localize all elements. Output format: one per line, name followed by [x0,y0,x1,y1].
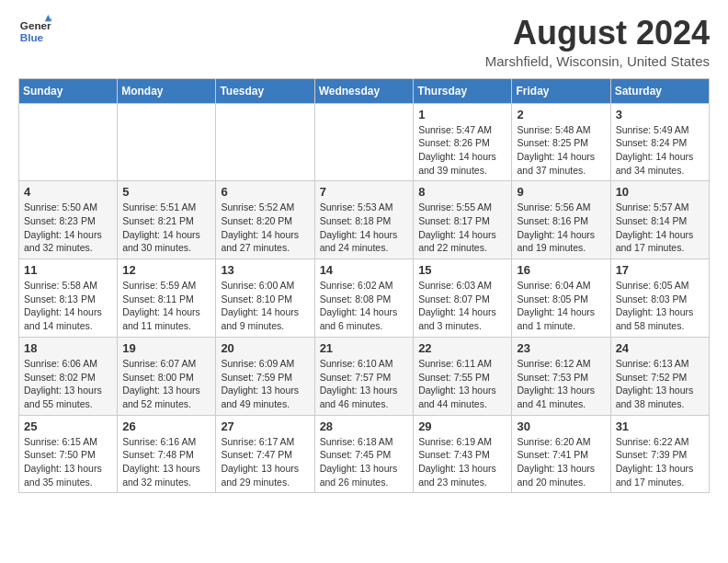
day-number: 18 [24,341,112,355]
calendar-cell: 11Sunrise: 5:58 AM Sunset: 8:13 PM Dayli… [19,259,118,338]
day-info: Sunrise: 6:09 AM Sunset: 7:59 PM Dayligh… [221,357,309,411]
calendar-cell: 2Sunrise: 5:48 AM Sunset: 8:25 PM Daylig… [512,103,610,181]
day-number: 13 [221,263,309,277]
day-info: Sunrise: 6:07 AM Sunset: 8:00 PM Dayligh… [122,357,210,411]
calendar-cell: 14Sunrise: 6:02 AM Sunset: 8:08 PM Dayli… [314,259,414,338]
column-header-saturday: Saturday [610,78,709,103]
column-header-wednesday: Wednesday [314,78,414,103]
calendar-cell [118,103,216,181]
calendar-cell [216,103,314,181]
calendar-week-3: 11Sunrise: 5:58 AM Sunset: 8:13 PM Dayli… [19,259,710,338]
day-number: 4 [24,185,112,199]
day-number: 17 [616,263,704,277]
calendar-cell [19,103,118,181]
column-header-thursday: Thursday [414,78,512,103]
calendar-cell: 22Sunrise: 6:11 AM Sunset: 7:55 PM Dayli… [414,337,512,415]
calendar-cell: 31Sunrise: 6:22 AM Sunset: 7:39 PM Dayli… [610,415,709,493]
day-info: Sunrise: 6:05 AM Sunset: 8:03 PM Dayligh… [616,279,704,333]
day-info: Sunrise: 5:55 AM Sunset: 8:17 PM Dayligh… [418,201,506,255]
calendar-cell: 27Sunrise: 6:17 AM Sunset: 7:47 PM Dayli… [216,415,314,493]
day-info: Sunrise: 6:17 AM Sunset: 7:47 PM Dayligh… [221,435,309,489]
title-area: August 2024 Marshfield, Wisconsin, Unite… [485,15,710,69]
day-info: Sunrise: 6:06 AM Sunset: 8:02 PM Dayligh… [24,357,112,411]
column-header-monday: Monday [118,78,216,103]
day-info: Sunrise: 5:47 AM Sunset: 8:26 PM Dayligh… [418,123,506,178]
day-number: 6 [221,185,309,199]
day-info: Sunrise: 5:56 AM Sunset: 8:16 PM Dayligh… [517,201,605,255]
day-number: 30 [517,419,605,433]
column-header-tuesday: Tuesday [216,78,314,103]
day-info: Sunrise: 6:16 AM Sunset: 7:48 PM Dayligh… [122,435,210,489]
day-info: Sunrise: 6:20 AM Sunset: 7:41 PM Dayligh… [517,435,605,489]
calendar-header-row: SundayMondayTuesdayWednesdayThursdayFrid… [19,78,710,103]
calendar-cell: 8Sunrise: 5:55 AM Sunset: 8:17 PM Daylig… [414,181,512,259]
day-info: Sunrise: 6:22 AM Sunset: 7:39 PM Dayligh… [616,435,704,489]
day-number: 15 [418,263,506,277]
day-number: 24 [616,341,704,355]
day-number: 12 [122,263,210,277]
day-number: 31 [616,419,704,433]
day-number: 10 [616,185,704,199]
day-info: Sunrise: 5:58 AM Sunset: 8:13 PM Dayligh… [24,279,112,333]
day-number: 2 [517,108,605,121]
calendar-cell: 25Sunrise: 6:15 AM Sunset: 7:50 PM Dayli… [19,415,118,493]
calendar-cell: 28Sunrise: 6:18 AM Sunset: 7:45 PM Dayli… [314,415,414,493]
calendar-cell: 26Sunrise: 6:16 AM Sunset: 7:48 PM Dayli… [118,415,216,493]
calendar-cell: 1Sunrise: 5:47 AM Sunset: 8:26 PM Daylig… [414,103,512,181]
column-header-sunday: Sunday [19,78,118,103]
calendar-cell: 30Sunrise: 6:20 AM Sunset: 7:41 PM Dayli… [512,415,610,493]
day-info: Sunrise: 6:19 AM Sunset: 7:43 PM Dayligh… [418,435,506,489]
calendar-week-5: 25Sunrise: 6:15 AM Sunset: 7:50 PM Dayli… [19,415,710,493]
day-info: Sunrise: 6:02 AM Sunset: 8:08 PM Dayligh… [320,279,409,333]
day-number: 20 [221,341,309,355]
day-number: 9 [517,185,605,199]
day-info: Sunrise: 5:52 AM Sunset: 8:20 PM Dayligh… [221,201,309,255]
calendar-cell: 23Sunrise: 6:12 AM Sunset: 7:53 PM Dayli… [512,337,610,415]
day-number: 26 [122,419,210,433]
day-info: Sunrise: 5:59 AM Sunset: 8:11 PM Dayligh… [122,279,210,333]
day-info: Sunrise: 6:15 AM Sunset: 7:50 PM Dayligh… [24,435,112,489]
calendar-cell: 21Sunrise: 6:10 AM Sunset: 7:57 PM Dayli… [314,337,414,415]
day-number: 1 [418,108,506,121]
calendar-cell: 15Sunrise: 6:03 AM Sunset: 8:07 PM Dayli… [414,259,512,338]
calendar-cell: 17Sunrise: 6:05 AM Sunset: 8:03 PM Dayli… [610,259,709,338]
day-number: 23 [517,341,605,355]
day-info: Sunrise: 5:49 AM Sunset: 8:24 PM Dayligh… [616,123,704,178]
svg-text:Blue: Blue [20,31,44,43]
day-number: 27 [221,419,309,433]
day-info: Sunrise: 5:51 AM Sunset: 8:21 PM Dayligh… [122,201,210,255]
calendar-cell [314,103,414,181]
calendar-cell: 29Sunrise: 6:19 AM Sunset: 7:43 PM Dayli… [414,415,512,493]
day-number: 8 [418,185,506,199]
calendar-cell: 20Sunrise: 6:09 AM Sunset: 7:59 PM Dayli… [216,337,314,415]
day-number: 22 [418,341,506,355]
column-header-friday: Friday [512,78,610,103]
day-info: Sunrise: 6:18 AM Sunset: 7:45 PM Dayligh… [320,435,409,489]
calendar-cell: 7Sunrise: 5:53 AM Sunset: 8:18 PM Daylig… [314,181,414,259]
day-number: 28 [320,419,409,433]
day-number: 11 [24,263,112,277]
calendar-cell: 10Sunrise: 5:57 AM Sunset: 8:14 PM Dayli… [610,181,709,259]
calendar-week-2: 4Sunrise: 5:50 AM Sunset: 8:23 PM Daylig… [19,181,710,259]
calendar-cell: 4Sunrise: 5:50 AM Sunset: 8:23 PM Daylig… [19,181,118,259]
day-info: Sunrise: 6:11 AM Sunset: 7:55 PM Dayligh… [418,357,506,411]
calendar-cell: 9Sunrise: 5:56 AM Sunset: 8:16 PM Daylig… [512,181,610,259]
logo-icon: General Blue [18,15,51,48]
day-number: 21 [320,341,409,355]
day-number: 14 [320,263,409,277]
day-number: 25 [24,419,112,433]
day-info: Sunrise: 6:10 AM Sunset: 7:57 PM Dayligh… [320,357,409,411]
page-header: General Blue August 2024 Marshfield, Wis… [18,15,710,69]
calendar-cell: 3Sunrise: 5:49 AM Sunset: 8:24 PM Daylig… [610,103,709,181]
day-number: 3 [616,108,704,121]
calendar-cell: 13Sunrise: 6:00 AM Sunset: 8:10 PM Dayli… [216,259,314,338]
calendar-cell: 18Sunrise: 6:06 AM Sunset: 8:02 PM Dayli… [19,337,118,415]
day-info: Sunrise: 5:53 AM Sunset: 8:18 PM Dayligh… [320,201,409,255]
calendar-cell: 16Sunrise: 6:04 AM Sunset: 8:05 PM Dayli… [512,259,610,338]
calendar-table: SundayMondayTuesdayWednesdayThursdayFrid… [18,78,710,494]
day-info: Sunrise: 6:04 AM Sunset: 8:05 PM Dayligh… [517,279,605,333]
calendar-week-1: 1Sunrise: 5:47 AM Sunset: 8:26 PM Daylig… [19,103,710,181]
day-number: 7 [320,185,409,199]
calendar-cell: 24Sunrise: 6:13 AM Sunset: 7:52 PM Dayli… [610,337,709,415]
calendar-week-4: 18Sunrise: 6:06 AM Sunset: 8:02 PM Dayli… [19,337,710,415]
